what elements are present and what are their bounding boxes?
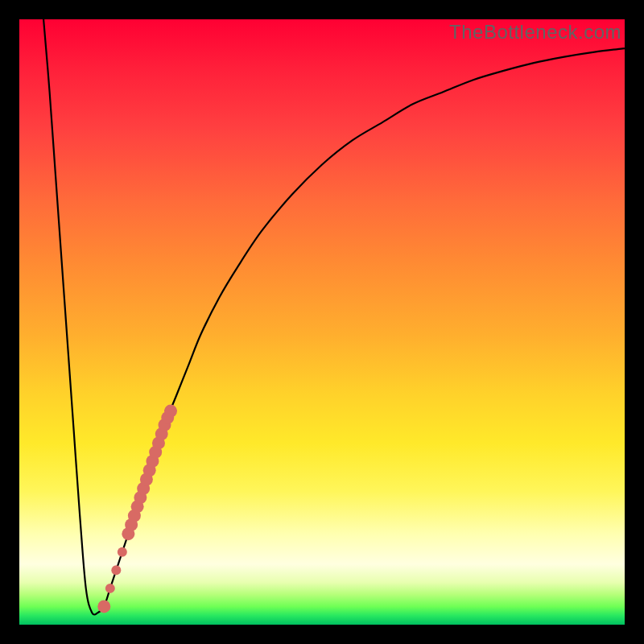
chart-frame: TheBottleneck.com [0,0,644,644]
plot-area: TheBottleneck.com [19,19,625,625]
highlight-marker [97,600,110,613]
highlight-marker [164,405,177,418]
highlight-marker [118,547,127,557]
marker-group [97,405,177,613]
curve-layer [19,19,625,625]
highlight-marker [111,565,121,575]
highlight-marker [105,584,115,593]
